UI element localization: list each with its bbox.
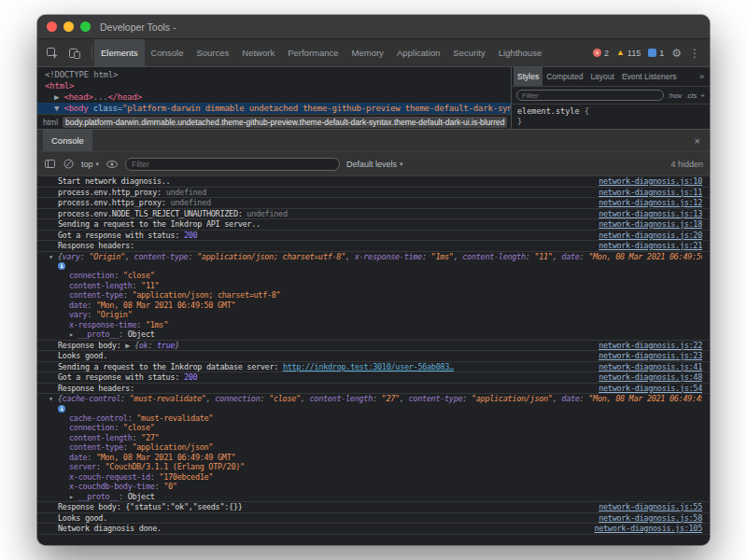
clear-console-icon[interactable] <box>63 158 75 170</box>
object-property-row[interactable]: server: "CouchDB/3.1.1 (Erlang OTP/20)" <box>37 462 710 472</box>
object-property-row[interactable]: ▸ __proto__: Object <box>37 329 710 340</box>
styles-rules: element.style { } <box>512 105 710 129</box>
tab-console[interactable]: Console <box>145 39 190 66</box>
object-property-row[interactable]: connection: "close" <box>37 423 710 433</box>
console-info-line: i <box>37 261 710 271</box>
console-source-link[interactable]: network-diagnosis.js:55 <box>599 502 702 512</box>
console-message-text: Sending a request to the Inkdrop API ser… <box>58 219 591 230</box>
object-property-row[interactable]: content-type: "application/json; charset… <box>37 290 710 301</box>
hidden-messages-count: 4 hidden <box>670 160 703 169</box>
new-style-rule-icon[interactable]: + <box>700 91 705 100</box>
object-property-row[interactable]: content-length: "27" <box>37 433 710 443</box>
element-classes-button[interactable]: .cls <box>685 91 697 100</box>
chevron-down-icon: ▾ <box>96 161 100 168</box>
object-property-row[interactable]: content-type: "application/json" <box>37 442 710 453</box>
tab-lighthouse[interactable]: Lighthouse <box>492 39 548 66</box>
console-message: Sending a request to the Inkdrop API ser… <box>37 219 710 231</box>
console-message: process.env.NODE_TLS_REJECT_UNAUTHORIZED… <box>37 209 710 220</box>
tab-application[interactable]: Application <box>390 39 446 66</box>
console-source-link[interactable]: network-diagnosis.js:13 <box>599 209 702 219</box>
minimize-window-button[interactable] <box>63 21 74 32</box>
inspect-element-icon[interactable] <box>43 44 62 63</box>
desktop-background: Developer Tools - Elements Console Sourc… <box>0 0 747 560</box>
close-window-button[interactable] <box>47 21 57 32</box>
info-icon: i <box>58 262 65 270</box>
console-drawer: Console × top ▾ Default l <box>37 129 710 545</box>
object-property-row[interactable]: x-response-time: "1ms" <box>37 320 710 330</box>
console-source-link[interactable]: network-diagnosis.js:21 <box>599 241 702 251</box>
object-property-row[interactable]: x-couch-request-id: "170ebced1e" <box>37 472 710 483</box>
console-message-text: ▾ {vary: "Origin", content-type: "applic… <box>49 252 702 262</box>
console-message-text: Looks good. <box>58 513 591 524</box>
console-message-text: process.env.https_proxy: undefined <box>58 198 591 208</box>
elements-panel: <!DOCTYPE html><html>▶ <head>...</head>▼… <box>37 67 710 129</box>
tab-layout[interactable]: Layout <box>586 67 618 86</box>
console-source-link[interactable]: network-diagnosis.js:58 <box>599 513 702 524</box>
kebab-menu-icon[interactable]: ⋮ <box>689 48 700 59</box>
maximize-window-button[interactable] <box>80 21 91 32</box>
console-filter-input[interactable] <box>125 158 340 171</box>
console-context-label: top <box>81 160 93 169</box>
drawer-header: Console × <box>37 130 710 152</box>
close-drawer-icon[interactable]: × <box>691 135 704 147</box>
object-property-row[interactable]: date: "Mon, 08 Mar 2021 06:49:50 GMT" <box>37 301 710 311</box>
breadcrumb-item[interactable]: html <box>43 118 58 127</box>
console-source-link[interactable]: network-diagnosis.js:54 <box>599 384 702 394</box>
console-source-link[interactable]: network-diagnosis.js:105 <box>594 524 702 534</box>
console-source-link[interactable]: network-diagnosis.js:12 <box>599 198 702 208</box>
breadcrumb: htmlbody.platform-darwin.dimmable.undeta… <box>37 114 511 129</box>
tab-elements[interactable]: Elements <box>94 39 145 66</box>
live-expression-eye-icon[interactable] <box>106 159 119 170</box>
dom-tree-line[interactable]: ▼ <body class="platform-darwin dimmable … <box>37 103 511 114</box>
object-property-row[interactable]: vary: "Origin" <box>37 310 710 320</box>
console-source-link[interactable]: network-diagnosis.js:23 <box>599 351 702 361</box>
tab-security[interactable]: Security <box>446 39 491 66</box>
panel-tab-strip: Elements Console Sources Network Perform… <box>94 39 548 66</box>
object-property-row[interactable]: connection: "close" <box>37 271 710 281</box>
object-property-row[interactable]: date: "Mon, 08 Mar 2021 06:49:49 GMT" <box>37 453 710 463</box>
object-property-row[interactable]: content-length: "11" <box>37 281 710 291</box>
tab-sources[interactable]: Sources <box>190 39 235 66</box>
warning-count: 115 <box>627 49 641 58</box>
log-levels-label: Default levels <box>346 160 397 169</box>
breadcrumb-item[interactable]: body.platform-darwin.dimmable.undetached… <box>63 117 507 128</box>
issues-icon <box>648 49 656 57</box>
console-source-link[interactable]: network-diagnosis.js:41 <box>599 362 702 372</box>
tab-performance[interactable]: Performance <box>281 39 345 66</box>
console-context-selector[interactable]: top ▾ <box>81 160 99 169</box>
console-message-text: Response body: ▶ {ok: true} <box>58 341 591 351</box>
error-badge[interactable]: × 2 <box>593 49 609 58</box>
console-source-link[interactable]: network-diagnosis.js:22 <box>599 341 702 351</box>
styles-filter-input[interactable] <box>516 90 664 101</box>
pseudo-state-button[interactable]: :hov <box>668 91 682 100</box>
warning-badge[interactable]: ▲ 115 <box>616 49 641 58</box>
device-toolbar-icon[interactable] <box>65 44 84 63</box>
console-sidebar-icon[interactable] <box>44 158 56 170</box>
more-tabs-icon[interactable]: » <box>696 67 708 86</box>
issues-badge[interactable]: 1 <box>648 49 664 58</box>
tab-memory[interactable]: Memory <box>345 39 390 66</box>
console-source-link[interactable]: network-diagnosis.js:18 <box>599 219 702 230</box>
tab-network[interactable]: Network <box>235 39 281 66</box>
console-source-link[interactable]: network-diagnosis.js:10 <box>599 176 702 187</box>
console-message: ▾ {vary: "Origin", content-type: "applic… <box>37 252 710 341</box>
tab-event-listeners[interactable]: Event Listeners <box>618 67 681 86</box>
object-property-row[interactable]: x-couchdb-body-time: "0" <box>37 482 710 492</box>
settings-gear-icon[interactable]: ⚙ <box>671 48 682 59</box>
tab-styles[interactable]: Styles <box>514 67 543 86</box>
drawer-tab-console[interactable]: Console <box>43 130 92 151</box>
console-source-link[interactable]: network-diagnosis.js:20 <box>599 231 702 241</box>
tab-computed[interactable]: Computed <box>543 67 586 86</box>
log-levels-dropdown[interactable]: Default levels ▾ <box>346 160 403 169</box>
dom-tree-line[interactable]: ▶ <head>...</head> <box>37 91 511 103</box>
console-message-text: Got a response with status: 200 <box>58 372 591 383</box>
object-property-row[interactable]: cache-control: "must-revalidate" <box>37 413 710 424</box>
console-source-link[interactable]: network-diagnosis.js:48 <box>599 372 702 383</box>
console-source-link[interactable]: network-diagnosis.js:11 <box>599 188 702 198</box>
object-property-row[interactable]: ▸ __proto__: Object <box>37 492 710 502</box>
dom-tree-line[interactable]: <html> <box>37 80 511 91</box>
style-rule[interactable]: element.style { <box>517 106 704 117</box>
dom-tree-line[interactable]: <!DOCTYPE html> <box>37 69 511 80</box>
toolbar-left-icons <box>37 44 90 63</box>
console-message: Response body: ▶ {ok: true}network-diagn… <box>37 341 710 352</box>
